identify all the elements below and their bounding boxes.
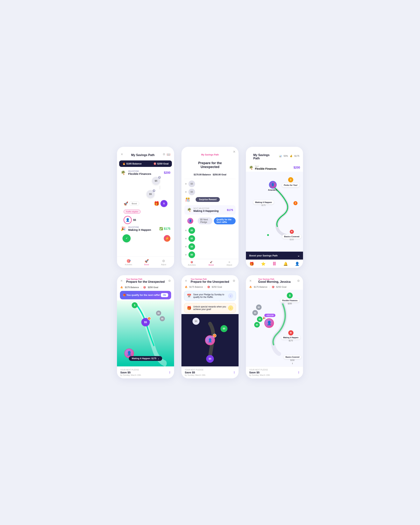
c5-purple-node[interactable]: $5: [206, 355, 214, 363]
path-indicator[interactable]: Making it Happen: $175 ⌄: [129, 356, 162, 361]
node-gear-1: ⚙: [158, 176, 161, 179]
milestone2-amount: $175: [164, 227, 170, 230]
lightning-button[interactable]: ⚡: [164, 235, 170, 242]
small-node-5[interactable]: $5: [188, 243, 195, 250]
dot-node-6: $5: [181, 251, 239, 259]
c6-node-basics: Basics Covered $150 ↓: [284, 355, 301, 365]
user-avatar-row: 👤: [184, 217, 196, 225]
small-node-6[interactable]: $5: [188, 252, 195, 258]
small-node-1[interactable]: $5: [188, 180, 195, 187]
separator: •: [212, 173, 212, 176]
c6-flexible-label: Flexible Finances: [280, 299, 299, 302]
card2-balance: $170.00 Balance • $250.00 Goal: [181, 173, 239, 178]
bell-nav-icon[interactable]: 🔔: [283, 262, 288, 266]
c5-pledge-icon[interactable]: ↑: [233, 370, 235, 375]
path-nav-icon[interactable]: 🛤: [273, 262, 276, 266]
c6-pledge-icon[interactable]: ↑: [298, 370, 300, 375]
card5-settings-icon[interactable]: ⚙: [233, 279, 235, 282]
card6-pledge-footer: Your Next Pledge Save $5 by Sunday, Marc…: [246, 366, 303, 378]
card4-title-group: Your Savings Path Prepare for the Unexpe…: [126, 278, 165, 283]
c5-node-bottom: $5: [206, 355, 214, 363]
raffle-ok-button[interactable]: Ok: [161, 293, 168, 297]
card4-balance-text: $175 Balance: [125, 286, 139, 289]
gift-group: 🎁 $: [154, 200, 168, 207]
c4-purple-node: $5 2: [141, 318, 150, 327]
c4-notification: 2: [148, 317, 151, 320]
c6-fire: 🔥: [249, 286, 252, 288]
nav-activities[interactable]: 🎯 Activities: [125, 259, 132, 266]
qualify-pill[interactable]: Qualify for the next raffle: [214, 217, 236, 224]
card4-settings-icon[interactable]: ⚙: [168, 279, 171, 282]
profile-nav-icon[interactable]: 👤: [295, 262, 299, 266]
c6-green-node-2[interactable]: $5: [254, 322, 260, 328]
book-icon[interactable]: 📖: [167, 152, 170, 156]
next-milestone-icon: 🌴: [187, 208, 192, 212]
c5-notif-wrapper: 2: [213, 334, 216, 338]
nav-adjust[interactable]: ⚙ Adjust: [161, 259, 166, 266]
card2-nav-boost[interactable]: 🚀 Boost: [208, 261, 214, 266]
boost-banner-label: Boost your Savings Path: [249, 254, 278, 257]
c6-gray-node-2[interactable]: $5: [252, 310, 258, 316]
action-card-2[interactable]: 🎁 Unlock special rewards when you achiev…: [184, 303, 236, 313]
card5-close[interactable]: ✕: [185, 279, 187, 282]
small-node-2[interactable]: $5: [188, 189, 195, 195]
gift-nav-icon[interactable]: 🎁: [249, 262, 254, 266]
nav-boost[interactable]: 🚀 Boost: [144, 259, 149, 266]
card5-title: Prepare for the Unexpected: [191, 280, 229, 283]
card2-nav-activities[interactable]: 🎯 Activities: [188, 261, 196, 266]
node-2[interactable]: ⚙ $5: [146, 190, 155, 198]
small-node-3[interactable]: $5: [188, 227, 195, 234]
avatar-node[interactable]: 👤: [124, 216, 132, 224]
dot-3: [185, 230, 187, 231]
pledge-icon-right[interactable]: ↑: [169, 370, 171, 375]
c5-node-2[interactable]: $5: [221, 325, 227, 332]
c6-green-node-1[interactable]: $5: [257, 317, 262, 322]
card5-header: ✕ Your Savings Path Prepare for the Unex…: [181, 275, 239, 285]
node-amount-label: $5: [133, 218, 136, 221]
action-arrow-1[interactable]: ›: [228, 293, 233, 299]
star-nav-icon[interactable]: ⭐: [261, 262, 266, 266]
surprise-icon: 🎊: [185, 197, 190, 202]
action-arrow-2[interactable]: ›: [228, 305, 233, 310]
card6-close[interactable]: ✕: [249, 279, 252, 282]
c4-purple-wrapper: $5 2: [141, 318, 150, 327]
raffle-icon: 🎁: [123, 294, 126, 296]
wallet-icon: 💰: [290, 155, 292, 157]
milestone2-info: Milestone Making it Happen: [128, 226, 151, 231]
c6-gray-node-1[interactable]: $5: [256, 304, 261, 310]
bottom-node[interactable]: ✓: [122, 234, 131, 243]
node-1[interactable]: ⚙ $5: [152, 177, 160, 185]
c4-node-mid2: $5: [160, 316, 165, 321]
c6-pledge-row: Your Next Pledge Save $5 by Sunday, Marc…: [249, 369, 300, 376]
c4-gray-node: $5: [156, 310, 161, 316]
stat1: 50%: [283, 155, 288, 157]
card6-balance: 🔥 $175 Balance | 🎯 $250 Goal: [246, 285, 303, 290]
settings-icon[interactable]: ⚙: [163, 152, 165, 156]
rocket-icon: 🚀: [124, 201, 128, 206]
next-info: Next Flexible Finances: [255, 165, 277, 170]
c6-green-circle: $: [287, 292, 293, 299]
chevron-icon: ⌄: [158, 357, 159, 360]
boost-label[interactable]: Boost: [129, 202, 139, 206]
card2-nav-adjust[interactable]: ⚙ Adjust: [227, 261, 232, 266]
node-gift[interactable]: $: [160, 200, 168, 207]
close-icon[interactable]: ✕: [121, 152, 123, 156]
card6-settings-icon[interactable]: ⚙: [297, 279, 300, 282]
raffle-banner: 🎁 You qualify for the next raffle! Ok: [120, 291, 171, 299]
boost-banner[interactable]: Boost your Savings Path ⌄: [246, 252, 303, 260]
card2-close-icon[interactable]: ✕: [233, 150, 236, 154]
c6-pledge-label: Your Next Pledge: [249, 369, 270, 371]
nxt-name: Making it Happening: [193, 209, 219, 212]
c5-goal: $250 Goal: [212, 286, 222, 288]
small-node-4[interactable]: $5: [188, 235, 195, 242]
c5-node-1[interactable]: $5: [193, 318, 199, 325]
confetti-1: 🎉: [262, 317, 266, 319]
surprise-row: 🎊 Surprise Reward: [181, 196, 239, 204]
c6-node-b2: $5: [254, 322, 260, 328]
card4-close[interactable]: ✕: [120, 279, 123, 282]
stat2: $175: [294, 155, 299, 157]
pledge-info: Your Next Pledge Save $5 by Sunday, Marc…: [120, 369, 141, 376]
chevron-down-icon: ⌄: [297, 254, 300, 257]
action-card-1[interactable]: 📅 Save your Pledge by Sunday to qualify …: [184, 291, 236, 301]
milestone2-name: Making it Happen: [128, 228, 151, 231]
